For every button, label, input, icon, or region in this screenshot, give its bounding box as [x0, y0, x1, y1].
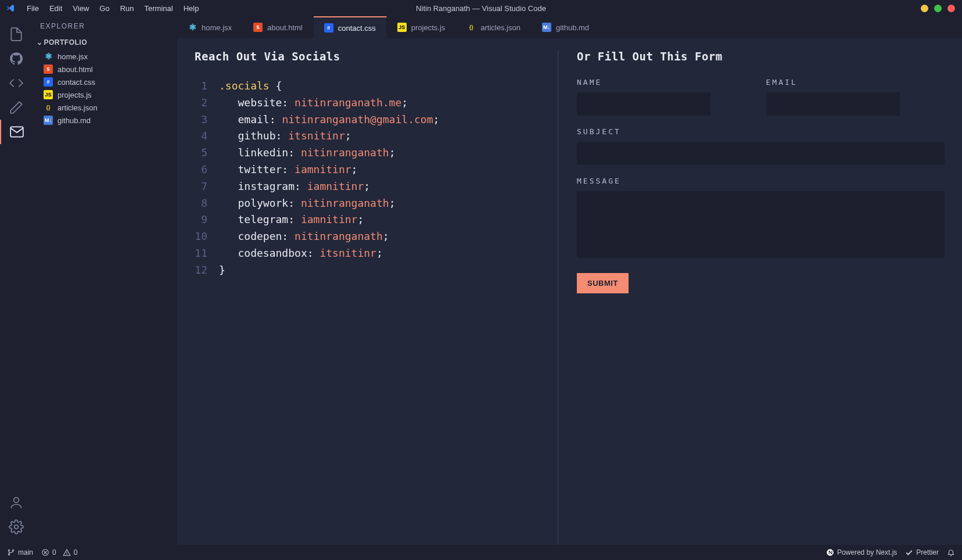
file-contact-css[interactable]: #contact.css: [32, 76, 177, 88]
chevron-down-icon: ⌄: [37, 38, 43, 46]
menu-file[interactable]: File: [22, 2, 44, 15]
svg-point-2: [14, 525, 18, 529]
line-number: 7: [195, 178, 219, 195]
line-number: 9: [195, 211, 219, 228]
window-controls[interactable]: [921, 5, 955, 12]
file-label: articles.json: [58, 103, 98, 112]
sidebar-section-header[interactable]: ⌄ PORTFOLIO: [32, 36, 177, 49]
maximize-icon[interactable]: [934, 5, 942, 12]
json-icon: {}: [44, 103, 53, 112]
edit-activity[interactable]: [0, 95, 32, 120]
tab-articles-json[interactable]: {}articles.json: [456, 16, 532, 38]
close-icon[interactable]: [947, 5, 955, 12]
file-projects-js[interactable]: JSprojects.js: [32, 88, 177, 101]
menu-help[interactable]: Help: [179, 2, 204, 15]
line-number: 12: [195, 262, 219, 279]
activity-bar: [0, 16, 32, 545]
tab-label: contact.css: [338, 24, 376, 33]
status-branch[interactable]: main: [7, 548, 33, 557]
code-text: .socials {: [219, 78, 282, 95]
code-text: }: [219, 262, 225, 279]
minimize-icon[interactable]: [921, 5, 928, 12]
line-number: 10: [195, 228, 219, 245]
line-number: 3: [195, 112, 219, 128]
name-input[interactable]: [577, 92, 710, 116]
file-label: projects.js: [58, 91, 92, 99]
status-errors-count: 0: [52, 548, 56, 557]
status-prettier-label: Prettier: [916, 548, 939, 557]
settings-activity[interactable]: [0, 515, 32, 539]
status-powered-label: Powered by Next.js: [837, 548, 897, 557]
status-errors[interactable]: 0 0: [41, 548, 77, 557]
code-line: 12}: [195, 262, 552, 279]
status-prettier[interactable]: Prettier: [905, 548, 939, 557]
code-line: 11 codesandbox: itsnitinr;: [195, 245, 552, 262]
js-icon: JS: [44, 90, 53, 99]
file-list: ⚛home.jsx5about.html#contact.cssJSprojec…: [32, 49, 177, 128]
line-number: 1: [195, 78, 219, 95]
status-warnings-count: 0: [74, 548, 78, 557]
tab-projects-js[interactable]: JSprojects.js: [387, 16, 457, 38]
code-line: 10 codepen: nitinranganath;: [195, 228, 552, 245]
line-number: 8: [195, 195, 219, 212]
email-label: EMAIL: [766, 78, 945, 87]
sidebar: EXPLORER ⌄ PORTFOLIO ⚛home.jsx5about.htm…: [32, 16, 177, 545]
svg-point-8: [66, 554, 67, 555]
code-line: 5 linkedin: nitinranganath;: [195, 145, 552, 161]
code-lines: 1.socials {2 website: nitinranganath.me;…: [195, 78, 552, 279]
file-home-jsx[interactable]: ⚛home.jsx: [32, 50, 177, 63]
md-icon: M↓: [44, 116, 53, 125]
tab-label: github.md: [556, 23, 589, 32]
window-title: Nitin Ranganath — Visual Studio Code: [416, 4, 546, 13]
tab-contact-css[interactable]: #contact.css: [314, 16, 387, 38]
file-articles-json[interactable]: {}articles.json: [32, 101, 177, 114]
email-input[interactable]: [766, 92, 900, 116]
tab-label: about.html: [267, 23, 303, 32]
menu-go[interactable]: Go: [95, 2, 114, 15]
menu-run[interactable]: Run: [116, 2, 139, 15]
code-text: codepen: nitinranganath;: [219, 228, 389, 245]
message-input[interactable]: [577, 191, 945, 258]
file-about-html[interactable]: 5about.html: [32, 63, 177, 76]
code-pane: Reach Out Via Socials 1.socials {2 websi…: [195, 50, 552, 545]
tab-github-md[interactable]: M↓github.md: [532, 16, 600, 38]
svg-rect-0: [10, 127, 23, 137]
explorer-activity[interactable]: [0, 22, 32, 46]
account-activity[interactable]: [0, 490, 32, 515]
github-activity[interactable]: [0, 46, 32, 71]
code-line: 1.socials {: [195, 78, 552, 95]
file-label: github.md: [58, 116, 91, 125]
tab-label: home.jsx: [202, 23, 232, 32]
code-text: instagram: iamnitinr;: [219, 178, 370, 195]
json-icon: {}: [466, 23, 476, 32]
css-icon: #: [44, 77, 53, 87]
code-text: codesandbox: itsnitinr;: [219, 245, 383, 262]
file-github-md[interactable]: M↓github.md: [32, 114, 177, 127]
tab-home-jsx[interactable]: ⚛home.jsx: [177, 16, 243, 38]
menu-view[interactable]: View: [68, 2, 94, 15]
menu-terminal[interactable]: Terminal: [140, 2, 178, 15]
code-text: website: nitinranganath.me;: [219, 95, 408, 112]
tabs: ⚛home.jsx5about.html#contact.cssJSprojec…: [177, 16, 962, 38]
code-line: 6 twitter: iamnitinr;: [195, 161, 552, 178]
code-line: 8 polywork: nitinranganath;: [195, 195, 552, 212]
menu-edit[interactable]: Edit: [45, 2, 67, 15]
svg-point-4: [8, 554, 9, 555]
file-label: about.html: [58, 65, 93, 74]
code-text: github: itsnitinr;: [219, 128, 351, 145]
html-icon: 5: [44, 64, 53, 74]
code-activity[interactable]: [0, 71, 32, 95]
file-label: contact.css: [58, 78, 95, 87]
react-icon: ⚛: [44, 52, 53, 61]
submit-button[interactable]: SUBMIT: [577, 273, 629, 293]
vscode-icon: [6, 3, 15, 13]
subject-input[interactable]: [577, 142, 945, 165]
html-icon: 5: [253, 23, 263, 32]
line-number: 4: [195, 128, 219, 145]
code-line: 7 instagram: iamnitinr;: [195, 178, 552, 195]
status-powered[interactable]: Powered by Next.js: [826, 548, 897, 557]
status-bell[interactable]: [947, 548, 955, 557]
line-number: 6: [195, 161, 219, 178]
mail-activity[interactable]: [0, 120, 32, 144]
tab-about-html[interactable]: 5about.html: [243, 16, 314, 38]
